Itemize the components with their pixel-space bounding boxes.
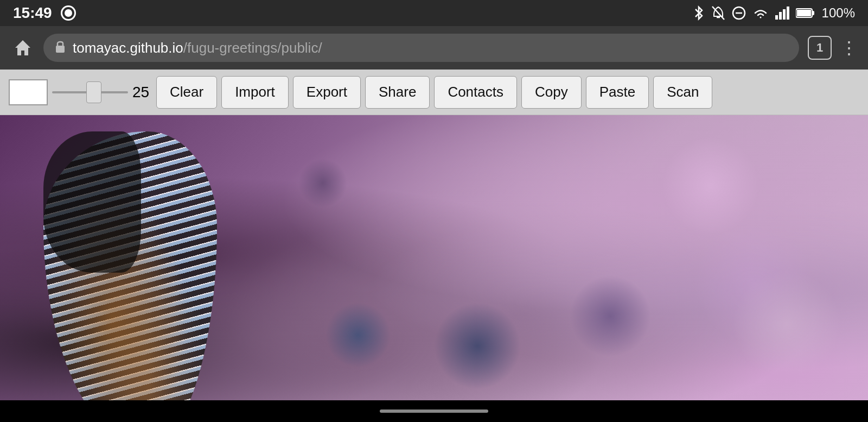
battery-percent: 100% [822,5,855,21]
bokeh-7 [298,159,347,207]
canvas-background [0,115,868,400]
svg-rect-10 [812,11,814,15]
contacts-button[interactable]: Contacts [434,76,517,109]
tab-count: 1 [816,41,823,55]
svg-rect-4 [775,15,778,20]
bluetooth-icon [693,5,705,21]
tab-count-button[interactable]: 1 [808,36,832,60]
canvas-area[interactable] [0,115,868,400]
battery-icon [796,7,815,19]
app-icon-inner [65,9,72,17]
status-left: 15:49 [13,4,76,22]
brush-size-slider[interactable] [52,91,128,93]
notifications-off-icon [711,5,725,21]
browser-bar: tomayac.github.io/fugu-greetings/public/… [0,26,868,70]
export-button[interactable]: Export [293,76,361,109]
lock-icon [54,39,66,56]
svg-rect-6 [783,9,786,20]
slider-value: 25 [132,84,152,101]
more-options-icon: ⋮ [840,38,857,58]
toolbar: 25 Clear Import Export Share Contacts Co… [0,70,868,115]
bokeh-1 [662,137,760,235]
home-indicator [380,410,488,413]
bottom-bar [0,400,868,422]
url-text: tomayac.github.io/fugu-greetings/public/ [73,40,322,56]
bokeh-6 [732,270,841,379]
import-button[interactable]: Import [221,76,289,109]
share-button[interactable]: Share [365,76,430,109]
svg-rect-9 [797,10,811,16]
url-path: /fugu-greetings/public/ [183,40,322,56]
clear-button[interactable]: Clear [156,76,217,109]
signal-icon [775,7,789,20]
slider-container: 25 [52,84,152,101]
fish-head [43,131,141,273]
copy-button[interactable]: Copy [521,76,582,109]
status-bar: 15:49 [0,0,868,26]
url-domain: tomayac.github.io [73,40,183,56]
status-right: 100% [693,5,855,21]
svg-rect-5 [779,12,782,20]
scan-button[interactable]: Scan [653,76,712,109]
svg-rect-7 [787,7,789,20]
bokeh-4 [326,303,391,368]
dnd-icon [732,6,746,20]
address-bar[interactable]: tomayac.github.io/fugu-greetings/public/ [43,34,799,62]
bokeh-5 [434,303,521,389]
status-time: 15:49 [13,4,52,22]
svg-rect-11 [56,46,65,53]
browser-actions: 1 ⋮ [808,36,857,60]
browser-menu-button[interactable]: ⋮ [840,37,857,58]
home-button[interactable] [11,36,35,60]
bokeh-3 [570,275,651,357]
slider-thumb[interactable] [86,81,101,103]
status-app-icon [61,5,76,21]
wifi-icon [752,7,769,20]
paste-button[interactable]: Paste [586,76,649,109]
color-swatch[interactable] [9,79,48,105]
